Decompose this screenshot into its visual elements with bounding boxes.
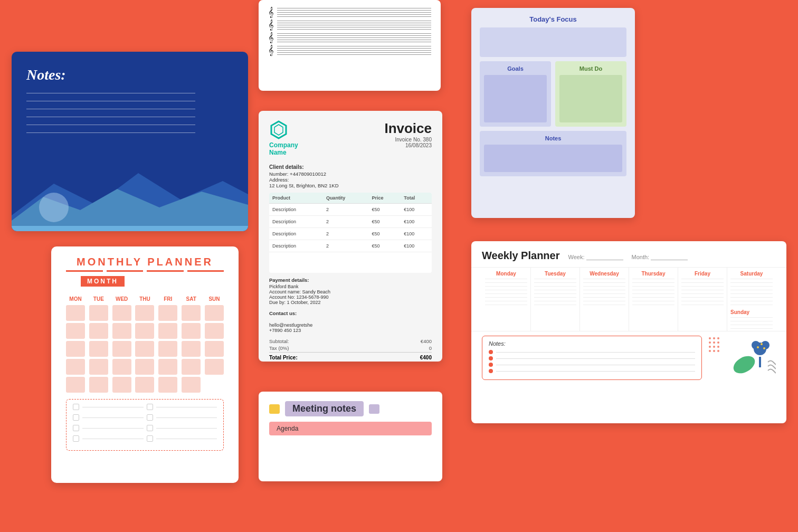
focus-goals-row: Goals Must Do — [480, 61, 626, 127]
table-row-empty — [269, 252, 432, 273]
monthly-cell — [66, 305, 85, 321]
monthly-cell — [158, 323, 177, 339]
subtotal-value: €400 — [421, 338, 432, 344]
todo-checkbox[interactable] — [147, 435, 153, 442]
focus-must-section: Must Do — [555, 61, 626, 127]
weekly-notes-box: Notes: — [482, 336, 702, 380]
contact-phone: +7890 450 123 — [269, 328, 301, 333]
invoice-date: 16/08/2023 — [384, 142, 432, 148]
todo-checkbox[interactable] — [147, 404, 153, 410]
friday-lines — [681, 279, 724, 305]
wednesday-lines — [583, 279, 625, 305]
monthly-days-header: MON TUE WED THU FRI SAT SUN — [51, 296, 239, 302]
monthly-cell — [66, 323, 85, 339]
client-label: Client details: — [269, 164, 432, 170]
monthly-cell — [135, 359, 154, 375]
company-logo-icon — [269, 120, 288, 139]
todo-checkbox[interactable] — [147, 425, 153, 431]
monthly-cell — [112, 359, 131, 375]
monthly-cell — [66, 359, 85, 375]
todo-line — [156, 428, 217, 429]
todo-checkbox[interactable] — [147, 414, 153, 421]
weekly-grid: Monday Tuesday Wednesday Thursday Friday — [471, 267, 786, 331]
divider-gap — [104, 270, 106, 272]
focus-card: Today's Focus Goals Must Do Notes — [471, 8, 635, 218]
note-line — [496, 352, 695, 353]
col-total: Total — [401, 193, 432, 204]
monthly-cell — [89, 323, 108, 339]
notes-line — [26, 125, 195, 125]
todo-checkbox[interactable] — [73, 425, 79, 431]
tuesday-lines — [534, 279, 576, 305]
svg-point-11 — [713, 341, 715, 344]
price-cell: €50 — [369, 215, 401, 227]
todo-checkbox[interactable] — [73, 435, 79, 442]
dot-icon — [489, 350, 493, 354]
tax-label: Tax (0%) — [269, 345, 289, 351]
focus-goals-section: Goals — [480, 61, 551, 127]
monthly-cell — [112, 377, 131, 393]
weekly-title: Weekly Planner — [482, 250, 559, 262]
focus-notes-inner — [484, 145, 622, 172]
dot-icon — [489, 369, 493, 373]
invoice-payment-details: Payment details: Pickford Bank Account n… — [259, 273, 442, 335]
monthly-cell — [66, 377, 85, 393]
invoice-title-area: Invoice Invoice No. 380 16/08/2023 — [384, 120, 432, 148]
music-staff: 𝄞 — [268, 45, 431, 55]
table-row: Description 2 €50 €100 — [269, 227, 432, 240]
staff-lines — [277, 21, 431, 30]
monthly-cell — [89, 377, 108, 393]
qty-cell: 2 — [323, 203, 369, 215]
staff-lines — [277, 8, 431, 17]
todo-checkbox[interactable] — [73, 414, 79, 421]
weekly-col-tuesday: Tuesday — [531, 268, 580, 331]
svg-point-13 — [709, 346, 711, 348]
divider-segment — [187, 270, 224, 272]
dot-icon — [489, 356, 493, 360]
contact-email: hello@nestlugretshe — [269, 322, 312, 328]
tax-row: Tax (0%) 0 — [269, 345, 432, 351]
meeting-header: Meeting notes — [259, 392, 442, 422]
invoice-totals: Subtotal: €400 Tax (0%) 0 Total Price: €… — [259, 335, 442, 362]
client-number: +447809010012 — [290, 171, 326, 177]
monthly-cell — [158, 305, 177, 321]
focus-main-box — [480, 27, 626, 57]
todo-row — [73, 435, 217, 442]
sunday-area: Sunday — [730, 309, 773, 329]
todo-checkbox[interactable] — [73, 404, 79, 410]
notes-line — [26, 101, 195, 101]
svg-point-22 — [752, 341, 760, 349]
svg-point-25 — [761, 343, 763, 345]
monthly-cell — [158, 359, 177, 375]
col-price: Price — [369, 193, 401, 204]
invoice-header: CompanyName Invoice Invoice No. 380 16/0… — [259, 111, 442, 161]
weekly-notes-title: Notes: — [489, 340, 695, 347]
meeting-dot-right — [369, 404, 379, 414]
notes-lines — [26, 93, 232, 133]
notes-line — [26, 109, 195, 109]
tuesday-label: Tuesday — [534, 271, 576, 277]
payment-label: Payment details: — [269, 277, 432, 283]
weekly-notes-row: Notes: — [471, 331, 786, 384]
payment-bank: Pickford Bank — [269, 284, 299, 289]
todo-line — [156, 439, 217, 439]
wednesday-label: Wednesday — [583, 271, 625, 277]
product-cell: Description — [269, 240, 323, 252]
svg-point-21 — [761, 341, 770, 349]
monthly-month-wrapper: MONTH — [51, 276, 239, 296]
payment-due: 1 October, 2022 — [287, 300, 321, 305]
invoice-number: Invoice No. 380 — [384, 137, 432, 142]
todo-row — [73, 404, 217, 410]
monthly-month-label: MONTH — [81, 276, 125, 287]
monday-label: Monday — [485, 271, 527, 277]
client-address: 12 Long St, Brighton, BN2 1KD — [269, 183, 339, 188]
svg-point-15 — [717, 346, 719, 348]
decorative-illustration — [707, 336, 776, 378]
weekly-col-saturday: Saturday Sunday — [727, 268, 776, 331]
note-line — [496, 358, 695, 359]
treble-clef-icon: 𝄞 — [268, 7, 274, 17]
subtotal-row: Subtotal: €400 — [269, 338, 432, 344]
monthly-cell — [205, 359, 224, 375]
company-name: CompanyName — [269, 141, 298, 157]
saturday-lines — [730, 279, 773, 305]
